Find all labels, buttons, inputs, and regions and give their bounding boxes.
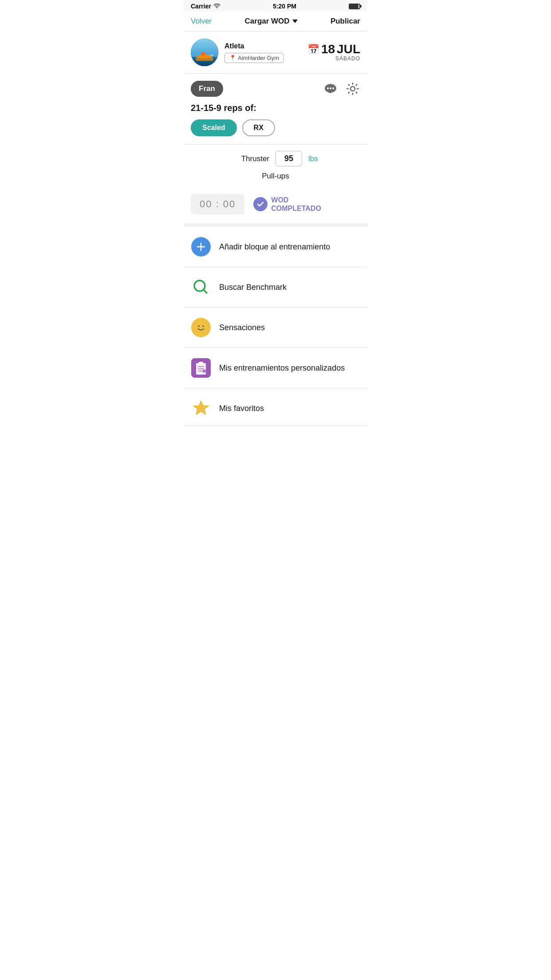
completed-text: WODCOMPLETADO	[271, 196, 321, 213]
check-circle-icon	[253, 197, 268, 211]
athlete-name: Atleta	[224, 42, 284, 50]
date-month: JUL	[337, 43, 360, 55]
menu-items: Añadir bloque al entrenamiento Buscar Be…	[184, 227, 367, 426]
svg-marker-18	[193, 401, 209, 415]
svg-rect-1	[191, 56, 218, 66]
nav-title-label: Cargar WOD	[245, 17, 290, 26]
sensaciones-icon	[191, 317, 211, 338]
publish-button[interactable]: Publicar	[331, 17, 360, 26]
mis-entrenamientos-label: Mis entrenamientos personalizados	[219, 364, 345, 373]
exercise-name-pullups: Pull-ups	[262, 172, 289, 181]
scaling-buttons: Scaled RX	[191, 119, 360, 136]
athlete-details: Atleta 📍 AimHarder Gym	[224, 42, 284, 63]
checkmark-icon	[256, 200, 264, 208]
wifi-icon	[213, 4, 220, 9]
menu-item-mis-entrenamientos[interactable]: Mis entrenamientos personalizados	[184, 348, 367, 388]
svg-point-12	[195, 322, 207, 333]
svg-point-9	[332, 87, 334, 89]
menu-item-search-benchmark[interactable]: Buscar Benchmark	[184, 267, 367, 308]
add-block-label: Añadir bloque al entrenamiento	[219, 242, 330, 252]
athlete-info-left: Atleta 📍 AimHarder Gym	[191, 39, 284, 66]
wod-block: Fran 21-15-9 reps of: Sc	[184, 74, 367, 145]
settings-button[interactable]	[345, 81, 360, 96]
menu-item-mis-favoritos[interactable]: Mis favoritos	[184, 388, 367, 426]
mis-favoritos-label: Mis favoritos	[219, 404, 264, 413]
timer-display[interactable]: 00 : 00	[191, 194, 244, 214]
carrier-label: Carrier	[191, 3, 220, 10]
rx-button[interactable]: RX	[242, 119, 275, 136]
gym-name: AimHarder Gym	[238, 55, 279, 61]
svg-point-8	[330, 87, 331, 89]
search-icon	[191, 277, 211, 297]
thruster-value[interactable]: 95	[276, 151, 302, 166]
svg-point-13	[198, 325, 200, 327]
svg-point-2	[198, 55, 211, 58]
gear-icon	[346, 82, 359, 95]
clipboard-icon	[191, 358, 211, 378]
svg-point-14	[202, 325, 204, 327]
menu-item-sensaciones[interactable]: Sensaciones	[184, 308, 367, 348]
smiley-icon	[191, 318, 211, 337]
svg-point-10	[350, 87, 355, 91]
purple-clipboard-icon	[191, 358, 211, 378]
athlete-section: Atleta 📍 AimHarder Gym 📅 18 JUL SÁBADO	[184, 32, 367, 74]
exercise-row-thruster: Thruster 95 lbs	[191, 151, 360, 166]
wod-actions	[323, 81, 360, 96]
avatar-svg	[191, 39, 218, 66]
wod-description: 21-15-9 reps of:	[191, 103, 360, 113]
wod-completed-button[interactable]: WODCOMPLETADO	[253, 196, 321, 213]
add-block-icon	[191, 237, 211, 257]
status-bar: Carrier 5:20 PM	[184, 0, 367, 12]
svg-point-7	[327, 87, 329, 89]
scaled-button[interactable]: Scaled	[191, 119, 237, 136]
date-info: 18 JUL SÁBADO	[321, 43, 360, 62]
chat-icon	[323, 81, 338, 96]
timer-section: 00 : 00 WODCOMPLETADO	[184, 188, 367, 223]
nav-title[interactable]: Cargar WOD	[245, 17, 298, 26]
section-divider	[184, 223, 367, 227]
svg-rect-16	[199, 362, 203, 364]
avatar-image	[191, 39, 218, 66]
avatar	[191, 39, 218, 66]
wod-header: Fran	[191, 81, 360, 97]
menu-item-add-block[interactable]: Añadir bloque al entrenamiento	[184, 227, 367, 267]
search-benchmark-icon	[191, 277, 211, 297]
gym-badge[interactable]: 📍 AimHarder Gym	[224, 53, 284, 63]
exercise-row-pullups: Pull-ups	[191, 172, 360, 181]
chat-button[interactable]	[323, 81, 338, 96]
svg-point-4	[201, 52, 205, 55]
exercise-name-thruster: Thruster	[229, 154, 269, 163]
nav-bar: Volver Cargar WOD Publicar	[184, 12, 367, 32]
wod-name-badge[interactable]: Fran	[191, 81, 223, 97]
plus-circle-icon	[191, 237, 211, 257]
search-benchmark-label: Buscar Benchmark	[219, 283, 287, 292]
star-icon-container	[191, 398, 211, 419]
exercise-section: Thruster 95 lbs Pull-ups	[184, 145, 367, 181]
battery-icon	[349, 4, 360, 9]
date-weekday: SÁBADO	[321, 55, 360, 62]
date-with-icon: 📅 18 JUL SÁBADO	[307, 43, 360, 62]
date-section: 📅 18 JUL SÁBADO	[307, 43, 360, 62]
date-day: 18	[321, 43, 335, 55]
calendar-icon: 📅	[307, 44, 319, 55]
pin-icon: 📍	[229, 55, 236, 61]
nav-dropdown-arrow	[292, 20, 298, 23]
thruster-unit: lbs	[308, 154, 322, 163]
back-button[interactable]: Volver	[191, 17, 212, 26]
star-icon	[191, 399, 211, 418]
time-label: 5:20 PM	[273, 3, 296, 10]
sensaciones-label: Sensaciones	[219, 323, 265, 332]
